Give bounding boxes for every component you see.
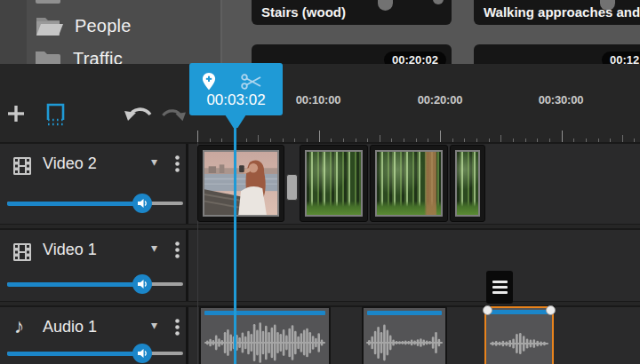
speaker-icon bbox=[137, 348, 148, 359]
snap-to-canvas-button[interactable] bbox=[43, 99, 71, 128]
media-clips-panel: Stairs (wood) Walking approaches and sto… bbox=[222, 0, 640, 64]
volume-slider[interactable] bbox=[7, 344, 183, 363]
track-header-video1: Video 1 ▾ bbox=[0, 230, 188, 301]
slider-thumb[interactable] bbox=[132, 194, 152, 213]
track-menu-icon[interactable] bbox=[175, 241, 180, 258]
timeline-panel: 00:10:00 00:20:00 00:30:00 Video 2 ▾ bbox=[0, 64, 640, 364]
redo-arrow-icon bbox=[159, 107, 186, 124]
track-row-video1: Video 1 ▾ bbox=[0, 228, 640, 302]
track-label: Video 1 bbox=[43, 241, 97, 259]
ruler-label: 00:20:00 bbox=[418, 93, 462, 107]
waveform bbox=[489, 322, 549, 364]
playhead-line[interactable] bbox=[234, 123, 236, 364]
plus-icon bbox=[6, 104, 26, 123]
video-clip-woman[interactable] bbox=[197, 145, 284, 222]
folder-item-traffic[interactable]: Traffic bbox=[34, 44, 123, 64]
volume-slider[interactable] bbox=[7, 194, 183, 213]
chevron-down-icon[interactable]: ▾ bbox=[151, 154, 157, 169]
volume-slider[interactable] bbox=[7, 274, 183, 294]
music-note-icon: ♪ bbox=[14, 314, 25, 338]
media-card-stairs[interactable]: Stairs (wood) bbox=[252, 0, 452, 25]
redo-button[interactable] bbox=[157, 105, 188, 126]
video-clip-forest[interactable] bbox=[450, 145, 485, 222]
slider-thumb[interactable] bbox=[132, 344, 152, 363]
audio-clip-3-selected[interactable] bbox=[484, 306, 554, 364]
clip-top-bar bbox=[204, 311, 325, 315]
waveform-blob bbox=[378, 0, 393, 11]
film-strip-icon bbox=[12, 155, 33, 177]
marker-pin-icon bbox=[200, 71, 218, 92]
playhead-flag[interactable]: 00:03:02 bbox=[189, 63, 283, 115]
add-marker-button[interactable] bbox=[198, 70, 220, 93]
slider-fill bbox=[7, 282, 137, 287]
playhead-timecode: 00:03:02 bbox=[189, 91, 283, 109]
clip-top-bar bbox=[367, 311, 442, 315]
media-bin: People Traffic Stairs (wood) Walking app… bbox=[0, 0, 640, 64]
clip-thumbnail bbox=[203, 150, 279, 217]
trim-handle-left[interactable] bbox=[483, 305, 492, 315]
folder-item-people[interactable]: People bbox=[34, 12, 131, 40]
audio-clip-2[interactable] bbox=[362, 306, 447, 364]
track-label: Audio 1 bbox=[43, 318, 97, 336]
split-button[interactable] bbox=[240, 71, 263, 92]
folder-label: Traffic bbox=[73, 49, 123, 65]
slider-fill bbox=[7, 352, 137, 356]
folder-label: People bbox=[75, 16, 131, 36]
audio-clip-1[interactable] bbox=[199, 306, 331, 364]
media-card-title: Stairs (wood) bbox=[261, 4, 346, 20]
speaker-icon bbox=[137, 198, 148, 209]
folder-open-icon bbox=[34, 13, 64, 38]
clip-thumbnail bbox=[375, 150, 443, 217]
folder-icon bbox=[34, 0, 62, 4]
ruler-label: 00:30:00 bbox=[539, 93, 583, 107]
film-strip-icon bbox=[12, 241, 33, 263]
ruler-label: 00:10:00 bbox=[296, 93, 340, 107]
slider-thumb[interactable] bbox=[132, 274, 152, 294]
video-clip-forest[interactable] bbox=[370, 145, 448, 222]
snap-square-icon bbox=[44, 101, 69, 126]
media-card-walking[interactable]: Walking approaches and sto bbox=[474, 0, 640, 25]
track-header-audio1: ♪ Audio 1 ▾ bbox=[0, 307, 188, 364]
scissors-icon bbox=[241, 72, 262, 91]
waveform bbox=[365, 320, 444, 364]
slider-fill bbox=[7, 202, 137, 206]
playhead-pointer[interactable] bbox=[225, 115, 246, 128]
add-track-button[interactable] bbox=[4, 101, 28, 126]
hamburger-icon bbox=[492, 286, 508, 289]
woman-thumbnail-art bbox=[204, 152, 277, 215]
clip-options-menu-button[interactable] bbox=[486, 271, 513, 304]
folder-item-partial[interactable] bbox=[34, 0, 62, 7]
trim-handle-right[interactable] bbox=[546, 305, 556, 315]
media-folders-panel: People Traffic bbox=[0, 0, 220, 64]
chevron-down-icon[interactable]: ▾ bbox=[151, 318, 157, 332]
hamburger-icon bbox=[492, 291, 508, 294]
waveform-blob bbox=[433, 0, 444, 4]
chevron-down-icon[interactable]: ▾ bbox=[151, 241, 157, 255]
folder-indent-strip bbox=[0, 0, 27, 64]
clip-thumbnail bbox=[305, 150, 363, 217]
track-menu-icon[interactable] bbox=[175, 319, 180, 336]
track-menu-icon[interactable] bbox=[175, 155, 180, 172]
clip-top-bar bbox=[489, 310, 549, 314]
video-editor-app: People Traffic Stairs (wood) Walking app… bbox=[0, 0, 640, 364]
undo-button[interactable] bbox=[123, 103, 156, 126]
folder-icon bbox=[34, 47, 62, 64]
clip-thumbnail bbox=[455, 150, 480, 217]
waveform bbox=[204, 320, 326, 364]
video-clip-forest[interactable] bbox=[300, 145, 368, 222]
media-card-title: Walking approaches and sto bbox=[484, 4, 640, 20]
track-label: Video 2 bbox=[43, 154, 97, 173]
track-header-video2: Video 2 ▾ bbox=[0, 144, 188, 224]
hamburger-icon bbox=[492, 281, 508, 283]
undo-arrow-icon bbox=[124, 105, 155, 124]
speaker-icon bbox=[137, 279, 148, 289]
clip-transition-handle[interactable] bbox=[286, 174, 298, 201]
